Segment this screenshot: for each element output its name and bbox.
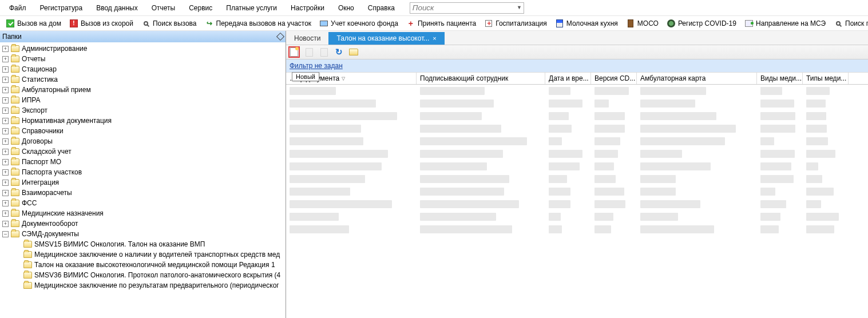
- table-row[interactable]: [286, 225, 868, 236]
- tree-item[interactable]: +Паспорта участков: [0, 167, 286, 177]
- filter-link[interactable]: Фильтр не задан: [290, 62, 343, 70]
- tree-item[interactable]: +Отчеты: [0, 54, 286, 64]
- column-header[interactable]: Амбулаторная карта: [637, 73, 757, 84]
- table-row[interactable]: [286, 175, 868, 185]
- table-row[interactable]: [286, 150, 868, 160]
- menu-help[interactable]: Справка: [362, 2, 401, 14]
- expander-icon[interactable]: +: [2, 66, 9, 73]
- menu-reports[interactable]: Отчеты: [146, 2, 181, 14]
- expander-icon[interactable]: +: [2, 210, 9, 217]
- tb-accept-patient[interactable]: +Принять пациента: [403, 18, 479, 29]
- expander-icon[interactable]: +: [2, 138, 9, 145]
- table-row[interactable]: [286, 112, 868, 122]
- expander-icon[interactable]: +: [2, 200, 9, 206]
- menu-data-entry[interactable]: Ввод данных: [90, 2, 144, 14]
- close-icon[interactable]: ×: [433, 35, 436, 42]
- tb-search-call[interactable]: Поиск вызова: [138, 18, 200, 29]
- tree-item[interactable]: +Амбулаторный прием: [0, 85, 286, 95]
- tab-talon[interactable]: Талон на оказание высокот... ×: [328, 32, 444, 45]
- expander-icon[interactable]: +: [2, 169, 9, 176]
- expander-icon[interactable]: –: [2, 231, 9, 237]
- expander-icon[interactable]: +: [2, 56, 9, 62]
- expander-icon[interactable]: +: [2, 159, 9, 165]
- copy-button[interactable]: [303, 46, 315, 58]
- tree-item[interactable]: +ФСС: [0, 198, 286, 208]
- tree-item[interactable]: +Взаиморасчеты: [0, 188, 286, 198]
- redacted-cell: [290, 87, 336, 95]
- redacted-cell: [549, 125, 572, 133]
- table-row[interactable]: [286, 162, 868, 173]
- open-folder-button[interactable]: [348, 46, 359, 58]
- document-icon: [320, 48, 328, 57]
- table-row[interactable]: [286, 188, 868, 198]
- tree-item[interactable]: +Администрирование: [0, 43, 286, 54]
- tb-covid[interactable]: Регистр COVID-19: [663, 18, 740, 29]
- tree-item[interactable]: +ИПРА: [0, 95, 286, 105]
- tree-item[interactable]: +Складской учет: [0, 146, 286, 157]
- search-input[interactable]: [410, 2, 524, 14]
- expander-icon[interactable]: +: [2, 77, 9, 83]
- expander-icon[interactable]: +: [2, 180, 9, 186]
- column-header[interactable]: Версия CD...: [591, 73, 637, 84]
- menu-settings[interactable]: Настройки: [285, 2, 330, 14]
- tree-item[interactable]: –СЭМД-документы: [0, 229, 286, 239]
- table-row[interactable]: [286, 87, 868, 97]
- folder-tree[interactable]: +Администрирование+Отчеты+Стационар+Стат…: [0, 42, 286, 318]
- tb-mse[interactable]: Направление на МСЭ: [741, 18, 829, 29]
- tb-moco[interactable]: МОСО: [623, 18, 662, 29]
- grid-body[interactable]: [286, 85, 868, 318]
- table-row[interactable]: [286, 213, 868, 223]
- menu-file[interactable]: Файл: [3, 2, 32, 14]
- tree-item[interactable]: +Интеграция: [0, 177, 286, 188]
- expander-icon[interactable]: +: [2, 190, 9, 196]
- tb-transfer-calls[interactable]: ↪Передача вызовов на участок: [201, 18, 315, 29]
- tb-label: Учет коечного фонда: [331, 19, 398, 27]
- tree-item[interactable]: +Документооборот: [0, 218, 286, 229]
- expander-icon[interactable]: +: [2, 128, 9, 134]
- tree-item[interactable]: +Статистика: [0, 74, 286, 85]
- expander-icon[interactable]: +: [2, 149, 9, 155]
- tree-item[interactable]: SMSV36 ВИМИС Онкология. Протокол патолог…: [0, 270, 286, 280]
- tb-hospitalization[interactable]: Госпитализация: [481, 18, 550, 29]
- tb-bed-fund[interactable]: Учет коечного фонда: [316, 18, 402, 29]
- tree-item[interactable]: +Стационар: [0, 64, 286, 74]
- tb-milk-kitchen[interactable]: Молочная кухня: [552, 18, 621, 29]
- tree-item[interactable]: +Нормативная документация: [0, 116, 286, 126]
- tree-item[interactable]: +Договоры: [0, 136, 286, 146]
- expander-icon[interactable]: +: [2, 118, 9, 124]
- menu-window[interactable]: Окно: [332, 2, 360, 14]
- tree-item[interactable]: +Справочники: [0, 126, 286, 136]
- tree-item[interactable]: +Медицинские назначения: [0, 208, 286, 218]
- tree-item[interactable]: Талон на оказание высокотехнологичной ме…: [0, 260, 286, 270]
- table-row[interactable]: [286, 200, 868, 210]
- table-row[interactable]: [286, 100, 868, 110]
- tree-item[interactable]: SMSV15 ВИМИС Онкология. Талон на оказани…: [0, 239, 286, 249]
- delete-button[interactable]: [318, 46, 330, 58]
- tab-news[interactable]: Новости: [286, 32, 328, 45]
- tb-home-call[interactable]: Вызов на дом: [2, 18, 65, 29]
- tb-search-patient[interactable]: Поиск пациента в регист: [830, 18, 868, 29]
- column-header[interactable]: Подписывающий сотрудник: [417, 73, 545, 84]
- menu-paid[interactable]: Платные услуги: [220, 2, 283, 14]
- pin-icon[interactable]: [276, 33, 284, 41]
- tree-item[interactable]: Медицинское заключение о наличии у водит…: [0, 249, 286, 260]
- expander-icon[interactable]: +: [2, 108, 9, 114]
- tree-item[interactable]: +Экспорт: [0, 105, 286, 116]
- expander-icon[interactable]: +: [2, 46, 9, 52]
- table-row[interactable]: [286, 137, 868, 148]
- tab-strip: Новости Талон на оказание высокот... ×: [286, 31, 868, 45]
- refresh-button[interactable]: ↻: [333, 46, 344, 58]
- tree-item[interactable]: Медицинское заключение по результатам пр…: [0, 280, 286, 291]
- column-header[interactable]: Виды меди...: [757, 73, 803, 84]
- tb-ambulance-call[interactable]: Вызов из скорой: [66, 18, 137, 29]
- new-button[interactable]: [288, 46, 300, 58]
- table-row[interactable]: [286, 125, 868, 135]
- menu-registry[interactable]: Регистратура: [34, 2, 89, 14]
- tree-item[interactable]: +Паспорт МО: [0, 157, 286, 167]
- column-header[interactable]: Дата и вре...: [545, 73, 591, 84]
- column-header[interactable]: Типы меди...: [803, 73, 849, 84]
- expander-icon[interactable]: +: [2, 221, 9, 227]
- expander-icon[interactable]: +: [2, 97, 9, 104]
- expander-icon[interactable]: +: [2, 87, 9, 93]
- menu-service[interactable]: Сервис: [183, 2, 218, 14]
